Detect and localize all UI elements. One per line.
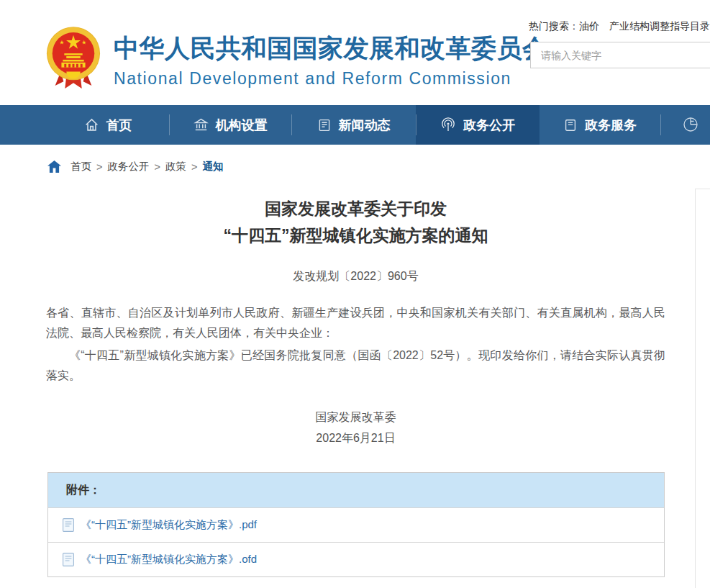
article-title-line2: “十四五”新型城镇化实施方案的通知 xyxy=(46,222,665,249)
nav-separator xyxy=(660,114,661,135)
article-title: 国家发展改革委关于印发 “十四五”新型城镇化实施方案的通知 xyxy=(46,196,665,249)
article-paragraph-2: 《“十四五”新型城镇化实施方案》已经国务院批复同意（国函〔2022〕52号）。现… xyxy=(46,345,665,386)
search-input[interactable] xyxy=(531,42,710,68)
article: 国家发展改革委关于印发 “十四五”新型城镇化实施方案的通知 发改规划〔2022〕… xyxy=(46,196,665,448)
signature-date: 2022年6月21日 xyxy=(46,428,665,448)
hot-search-link-oil[interactable]: 油价 xyxy=(579,20,599,32)
breadcrumb-item-policy[interactable]: 政策 xyxy=(165,160,186,173)
site-header: 中华人民共和国国家发展和改革委员会 National Development a… xyxy=(0,0,710,105)
site-title-block: 中华人民共和国国家发展和改革委员会 National Development a… xyxy=(114,32,548,89)
attachments-box: 附件： 《“十四五”新型城镇化实施方案》.pdf 《“十四五”新型城镇化实施方案… xyxy=(47,472,665,577)
attachment-row-ofd: 《“十四五”新型城镇化实施方案》.ofd xyxy=(48,542,664,576)
main-nav: 首页 机构设置 新闻动态 政务公开 政务服务 xyxy=(0,105,710,145)
breadcrumb-separator: > xyxy=(96,161,102,173)
breadcrumb-item-notice[interactable]: 通知 xyxy=(202,160,223,173)
signature-issuer: 国家发展改革委 xyxy=(46,407,665,428)
breadcrumb-separator: > xyxy=(191,161,197,173)
broadcast-icon xyxy=(440,117,456,133)
home-icon xyxy=(84,117,99,132)
service-icon xyxy=(563,118,578,132)
attachment-link-ofd[interactable]: 《“十四五”新型城镇化实施方案》.ofd xyxy=(81,553,257,566)
attachment-row-pdf: 《“十四五”新型城镇化实施方案》.pdf xyxy=(48,507,664,542)
nav-item-gov-services[interactable]: 政务服务 xyxy=(540,105,660,145)
nav-item-label: 机构设置 xyxy=(216,117,268,134)
breadcrumb: 首页 > 政务公开 > 政策 > 通知 xyxy=(47,160,223,173)
nav-item-label: 新闻动态 xyxy=(339,117,391,134)
file-icon xyxy=(63,518,74,532)
signature-block: 国家发展改革委 2022年6月21日 xyxy=(46,407,665,448)
hot-search: 热门搜索：油价产业结构调整指导目录 xyxy=(529,20,710,33)
site-title-en: National Development and Reform Commissi… xyxy=(114,69,548,89)
nav-item-data-partial[interactable] xyxy=(660,105,710,145)
nav-separator xyxy=(416,114,417,135)
site-title-zh: 中华人民共和国国家发展和改革委员会 xyxy=(114,32,548,65)
attachment-link-pdf[interactable]: 《“十四五”新型城镇化实施方案》.pdf xyxy=(81,518,257,532)
search-box xyxy=(530,42,710,68)
nav-item-news[interactable]: 新闻动态 xyxy=(291,105,416,145)
nav-separator xyxy=(169,114,170,135)
attachments-header: 附件： xyxy=(48,473,664,507)
nav-separator xyxy=(291,114,292,135)
nav-item-label: 政务公开 xyxy=(463,117,515,134)
article-paragraph-1: 各省、直辖市、自治区及计划单列市人民政府、新疆生产建设兵团，中央和国家机关有关部… xyxy=(46,303,665,343)
national-emblem-icon xyxy=(45,25,101,91)
content-panel-right-border xyxy=(695,189,710,588)
breadcrumb-home-icon[interactable] xyxy=(47,160,61,173)
nav-item-organization[interactable]: 机构设置 xyxy=(169,105,291,145)
breadcrumb-separator: > xyxy=(154,161,160,173)
hot-search-label: 热门搜索： xyxy=(529,20,579,32)
pie-chart-icon xyxy=(682,116,699,133)
breadcrumb-item-home[interactable]: 首页 xyxy=(70,160,91,173)
nav-item-label: 首页 xyxy=(106,117,132,134)
article-title-line1: 国家发展改革委关于印发 xyxy=(46,196,665,222)
nav-item-label: 政务服务 xyxy=(585,117,637,134)
national-emblem-logo[interactable] xyxy=(45,25,101,91)
file-icon xyxy=(63,553,74,566)
document-number: 发改规划〔2022〕960号 xyxy=(46,269,665,284)
institution-icon xyxy=(194,117,209,132)
breadcrumb-item-disclosure[interactable]: 政务公开 xyxy=(107,160,149,173)
news-icon xyxy=(317,118,332,132)
article-body: 各省、直辖市、自治区及计划单列市人民政府、新疆生产建设兵团，中央和国家机关有关部… xyxy=(46,303,665,386)
nav-item-home[interactable]: 首页 xyxy=(47,105,169,145)
nav-item-gov-disclosure[interactable]: 政务公开 xyxy=(416,105,540,145)
hot-search-link-catalog[interactable]: 产业结构调整指导目录 xyxy=(609,20,710,32)
